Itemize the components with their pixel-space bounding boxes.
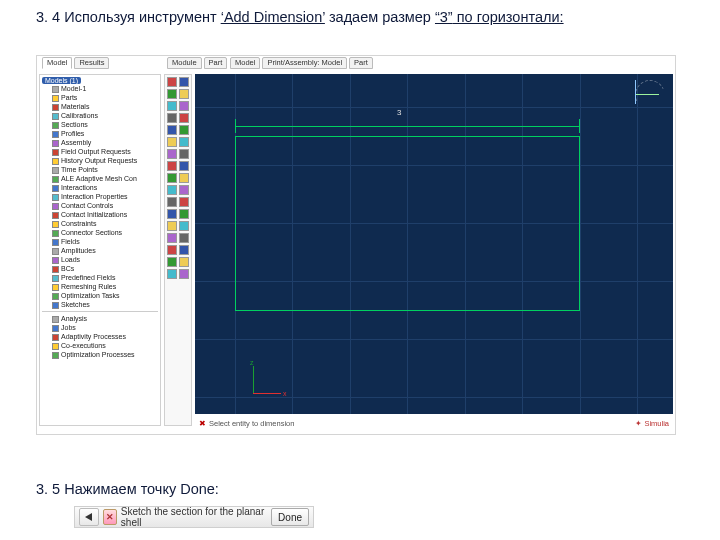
tab-model[interactable]: Model <box>42 57 72 69</box>
tree-item[interactable]: Optimization Processes <box>42 350 158 359</box>
tree-item[interactable]: Materials <box>42 102 158 111</box>
step-3-5-heading: 3. 5 Нажимаем точку Done: <box>36 480 219 498</box>
back-button[interactable] <box>79 508 99 526</box>
tree-item[interactable]: Sections <box>42 120 158 129</box>
tool-button[interactable] <box>167 257 189 267</box>
left-panel-tabs: Model Results <box>39 56 114 70</box>
folder-icon <box>52 239 59 246</box>
tree-root-child[interactable]: Model-1 <box>42 84 158 93</box>
tab-vp-model[interactable]: Model <box>230 57 260 69</box>
folder-icon <box>52 158 59 165</box>
status-prompt: Select entity to dimension <box>209 419 294 428</box>
tree-item[interactable]: BCs <box>42 264 158 273</box>
step-number: 3. 5 <box>36 481 60 497</box>
folder-icon <box>52 104 59 111</box>
tab-part[interactable]: Part <box>204 57 228 69</box>
arrow-left-icon <box>85 513 92 521</box>
model-tree[interactable]: Models (1) Model-1 Parts Materials Calib… <box>39 74 161 426</box>
folder-icon <box>52 266 59 273</box>
tree-item[interactable]: Jobs <box>42 323 158 332</box>
tool-icon <box>167 233 177 243</box>
t: Нажимаем точку Done: <box>60 481 219 497</box>
sketch-canvas[interactable]: 3 z x <box>195 74 673 414</box>
tool-button[interactable] <box>167 89 189 99</box>
tree-item[interactable]: Predefined Fields <box>42 273 158 282</box>
tool-button[interactable] <box>167 209 189 219</box>
tab-vp-part[interactable]: Part <box>349 57 373 69</box>
tree-root[interactable]: Models (1) <box>42 77 81 84</box>
tree-item[interactable]: Loads <box>42 255 158 264</box>
tree-item[interactable]: Constraints <box>42 219 158 228</box>
tool-icon <box>167 89 177 99</box>
tree-item[interactable]: Assembly <box>42 138 158 147</box>
tool-icon <box>167 221 177 231</box>
folder-icon <box>52 122 59 129</box>
tool-icon <box>167 269 177 279</box>
cancel-button[interactable]: ✕ <box>103 509 117 525</box>
status-bar: ✖Select entity to dimension ✦ Simulia <box>195 417 673 429</box>
tool-button[interactable] <box>167 113 189 123</box>
tree-item[interactable]: Interactions <box>42 183 158 192</box>
tool-icon <box>179 149 189 159</box>
tree-item[interactable]: Profiles <box>42 129 158 138</box>
folder-icon <box>52 352 59 359</box>
folder-icon <box>52 194 59 201</box>
tool-button[interactable] <box>167 137 189 147</box>
dim-size: “3” <box>435 9 453 25</box>
done-button[interactable]: Done <box>271 508 309 526</box>
tree-item[interactable]: Analysis <box>42 314 158 323</box>
tree-item[interactable]: Parts <box>42 93 158 102</box>
sketch-rectangle[interactable] <box>235 136 580 311</box>
horizontal-dimension[interactable] <box>235 119 580 133</box>
t: задаем размер <box>325 9 435 25</box>
tree-item[interactable]: Connector Sections <box>42 228 158 237</box>
t: по горизонтали: <box>453 9 564 25</box>
tree-item[interactable]: Sketches <box>42 300 158 309</box>
tool-icon <box>167 185 177 195</box>
tree-item[interactable]: Fields <box>42 237 158 246</box>
tree-item[interactable]: Interaction Properties <box>42 192 158 201</box>
folder-icon <box>52 185 59 192</box>
tool-button[interactable] <box>167 269 189 279</box>
tree-item[interactable]: Field Output Requests <box>42 147 158 156</box>
tree-item[interactable]: Co-executions <box>42 341 158 350</box>
tree-item[interactable]: Time Points <box>42 165 158 174</box>
tree-item[interactable]: Adaptivity Processes <box>42 332 158 341</box>
tool-button[interactable] <box>167 125 189 135</box>
tool-button[interactable] <box>167 101 189 111</box>
tree-item[interactable]: Remeshing Rules <box>42 282 158 291</box>
tree-item[interactable]: Amplitudes <box>42 246 158 255</box>
tool-button[interactable] <box>167 173 189 183</box>
dimension-value[interactable]: 3 <box>395 108 403 117</box>
brand-label: ✦ Simulia <box>635 419 669 428</box>
tool-button[interactable] <box>167 149 189 159</box>
tool-button[interactable] <box>167 233 189 243</box>
tree-item[interactable]: Calibrations <box>42 111 158 120</box>
tree-item[interactable]: Contact Initializations <box>42 210 158 219</box>
tab-vp-viewport[interactable]: Print/Assembly: Model <box>262 57 347 69</box>
tool-button[interactable] <box>167 197 189 207</box>
tool-button[interactable] <box>167 221 189 231</box>
tab-results[interactable]: Results <box>74 57 109 69</box>
view-compass-icon[interactable] <box>635 80 665 110</box>
axis-triad-icon: z x <box>253 354 293 394</box>
tree-item[interactable]: History Output Requests <box>42 156 158 165</box>
tree-item[interactable]: Optimization Tasks <box>42 291 158 300</box>
tool-button[interactable] <box>167 245 189 255</box>
tool-icon <box>179 89 189 99</box>
tree-item[interactable]: Contact Controls <box>42 201 158 210</box>
tool-button[interactable] <box>167 161 189 171</box>
cancel-icon[interactable]: ✖ <box>199 419 206 428</box>
step-number: 3. 4 <box>36 9 60 25</box>
tab-module[interactable]: Module <box>167 57 202 69</box>
tree-item[interactable]: ALE Adaptive Mesh Con <box>42 174 158 183</box>
tool-icon <box>167 245 177 255</box>
folder-icon <box>52 302 59 309</box>
tool-icon <box>179 221 189 231</box>
tool-icon <box>179 257 189 267</box>
tool-button[interactable] <box>167 77 189 87</box>
folder-icon <box>52 203 59 210</box>
folder-icon <box>52 248 59 255</box>
tool-button[interactable] <box>167 185 189 195</box>
folder-icon <box>52 316 59 323</box>
